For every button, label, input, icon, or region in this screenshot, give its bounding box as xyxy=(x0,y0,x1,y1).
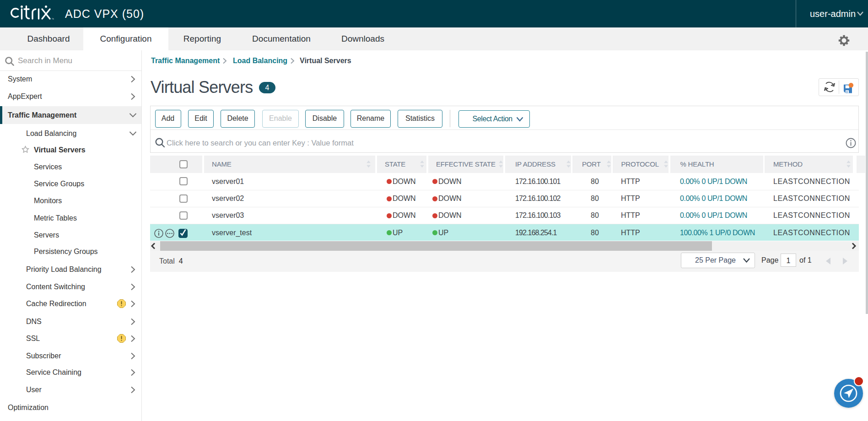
svg-text:™: ™ xyxy=(51,17,54,21)
